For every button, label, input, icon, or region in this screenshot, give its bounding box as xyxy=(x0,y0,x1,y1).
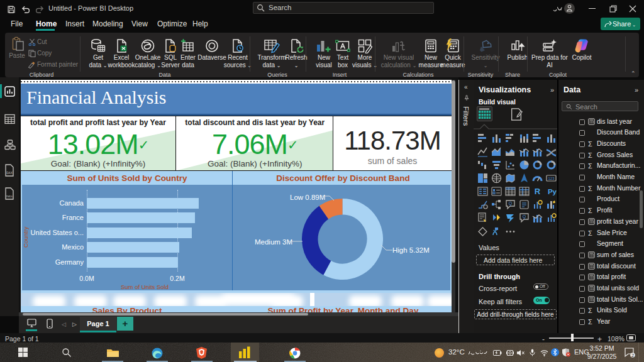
svg-text:Q: Q xyxy=(509,201,513,206)
svg-text:DAX: DAX xyxy=(6,172,12,175)
svg-text:2: 2 xyxy=(631,353,634,358)
svg-text:R: R xyxy=(535,187,541,196)
svg-text:TMDL: TMDL xyxy=(6,195,13,198)
svg-text:Q: Q xyxy=(523,214,526,219)
svg-text:Py: Py xyxy=(548,188,557,195)
svg-text:123: 123 xyxy=(548,177,555,180)
